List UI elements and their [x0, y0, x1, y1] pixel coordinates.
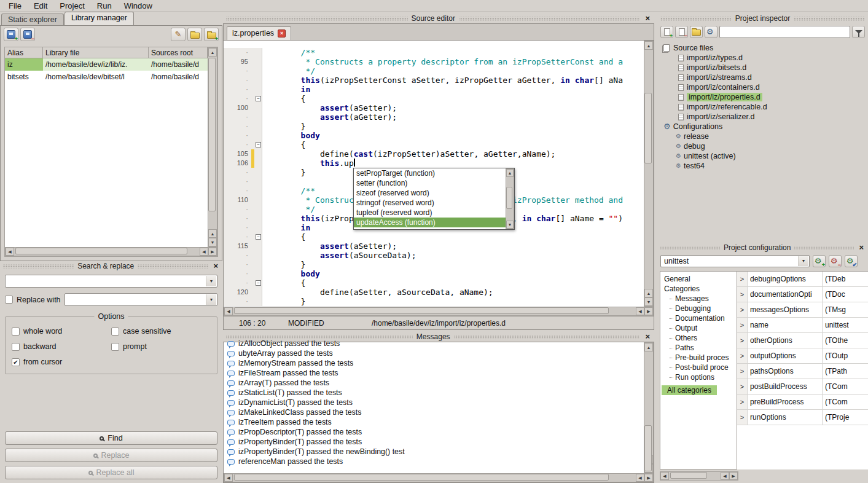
remove-library-button[interactable]: − — [20, 28, 35, 41]
scroll-left-icon[interactable]: ◀ — [200, 248, 208, 256]
add-folder-button[interactable] — [690, 26, 703, 38]
code-line[interactable]: · */ — [224, 66, 644, 76]
code-line[interactable]: · } — [224, 297, 644, 306]
category-item[interactable]: Categories — [660, 284, 737, 294]
tree-item-configuration[interactable]: ⚙unittest (active) — [661, 151, 868, 161]
scrollbar-thumb[interactable] — [644, 93, 652, 163]
chevron-down-icon[interactable]: ▾ — [206, 294, 216, 305]
scrollbar-thumb[interactable] — [234, 474, 609, 481]
completion-item[interactable]: stringof (reserved word) — [354, 198, 506, 208]
expand-icon[interactable]: > — [737, 364, 748, 379]
menu-file[interactable]: File — [2, 1, 28, 11]
code-line[interactable]: 106 this.up — [224, 159, 644, 168]
message-item[interactable]: izPropertyBinder(T) passed the tests — [227, 437, 644, 447]
category-item[interactable]: Debugging — [660, 304, 737, 313]
tree-item-file[interactable]: import/iz/properties.d — [661, 92, 868, 102]
tree-item-file[interactable]: import/iz/referencable.d — [661, 102, 868, 112]
scroll-up-icon[interactable]: ▲ — [644, 289, 653, 297]
replace-input[interactable]: ▾ — [65, 293, 217, 306]
close-icon[interactable]: × — [858, 244, 865, 251]
messages-vertical-scrollbar[interactable]: ▲ ▲ ▼ — [644, 342, 654, 473]
chevron-down-icon[interactable]: ▾ — [206, 276, 216, 286]
scroll-left-icon[interactable]: ◀ — [224, 307, 233, 315]
category-item[interactable]: Run options — [660, 372, 737, 382]
property-value[interactable]: (TProje — [823, 410, 868, 425]
category-item[interactable]: Output — [660, 323, 737, 333]
checkbox-icon[interactable] — [111, 343, 119, 351]
menu-window[interactable]: Window — [118, 1, 158, 11]
property-value[interactable]: unittest — [823, 318, 868, 332]
menu-run[interactable]: Run — [91, 1, 118, 11]
inspector-filter-input[interactable] — [719, 26, 850, 38]
replace-button[interactable]: Replace — [5, 449, 217, 462]
message-item[interactable]: ubyteArray passed the tests — [227, 348, 644, 358]
message-item[interactable]: izDynamicList(T) passed the tests — [227, 398, 644, 407]
code-line[interactable]: 115 assert(aSetter); — [224, 242, 644, 251]
completion-item[interactable]: tupleof (reserved word) — [354, 208, 506, 218]
messages-horizontal-scrollbar[interactable]: ◀ ◀ ▶ — [224, 473, 654, 482]
message-item[interactable]: izMemoryStream passed the tests — [227, 358, 644, 368]
code-line[interactable]: 120 define(aSetter, aSourceData, aName); — [224, 288, 644, 297]
expand-icon[interactable]: > — [737, 302, 748, 317]
scroll-up-icon[interactable]: ▲ — [208, 229, 217, 238]
expand-icon[interactable]: > — [737, 333, 748, 348]
search-input[interactable]: ▾ — [5, 275, 217, 288]
editor-vertical-scrollbar[interactable]: ▲ ▲ ▼ — [644, 41, 654, 307]
property-row[interactable]: >outputOptions(TOutp — [737, 348, 868, 364]
property-value[interactable]: (TDeb — [823, 272, 868, 286]
replace-all-button[interactable]: Replace all — [5, 466, 217, 479]
category-item[interactable]: Documentation — [660, 313, 737, 323]
tab-static-explorer[interactable]: Static explorer — [1, 14, 64, 25]
completion-scrollbar[interactable]: ▲ ▼ — [506, 168, 514, 229]
property-value[interactable]: (TCom — [823, 395, 868, 409]
property-row[interactable]: >documentationOpti(TDoc — [737, 287, 868, 302]
close-icon[interactable]: × — [644, 333, 651, 340]
configuration-select[interactable]: unittest ▾ — [660, 255, 810, 267]
property-row[interactable]: >debugingOptions(TDeb — [737, 272, 868, 287]
code-line[interactable]: ·− { — [224, 278, 644, 288]
message-item[interactable]: izPropertyBinder(T) passed the newBindin… — [227, 447, 644, 457]
expand-icon[interactable]: > — [737, 318, 748, 332]
completion-item[interactable]: updateAccess (function) — [354, 218, 506, 227]
column-header[interactable]: Sources root — [149, 47, 208, 58]
scroll-up-icon[interactable]: ▲ — [208, 48, 217, 57]
add-folder-button[interactable]: + — [204, 28, 219, 41]
table-row[interactable]: bitsets/home/basile/dev/bitset/l/home/ba… — [5, 71, 208, 83]
checkbox-icon[interactable]: ✔ — [12, 358, 20, 366]
code-line[interactable]: · assert(aGetter); — [224, 112, 644, 122]
scroll-left-icon[interactable]: ◀ — [224, 474, 233, 482]
scrollbar-thumb[interactable] — [208, 58, 216, 211]
code-line[interactable]: 100 assert(aSetter); — [224, 103, 644, 112]
checkbox-icon[interactable] — [111, 328, 119, 336]
code-line[interactable]: ·− { — [224, 232, 644, 242]
scroll-down-icon[interactable]: ▼ — [208, 238, 217, 246]
message-item[interactable]: izFileStream passed the tests — [227, 368, 644, 378]
code-line[interactable]: · body — [224, 269, 644, 278]
filter-button[interactable] — [852, 26, 865, 38]
scrollbar-thumb[interactable] — [234, 307, 609, 314]
tree-item-configuration[interactable]: ⚙test64 — [661, 161, 868, 171]
tab-close-icon[interactable]: × — [278, 29, 286, 37]
code-line[interactable]: · } — [224, 122, 644, 131]
expand-icon[interactable]: > — [737, 395, 748, 409]
add-configuration-button[interactable]: ⚙+ — [813, 255, 826, 267]
library-horizontal-scrollbar[interactable]: ◀ ◀ ▶ — [5, 247, 217, 256]
option-backward[interactable]: backward — [12, 342, 111, 351]
scroll-right-icon[interactable]: ▶ — [208, 248, 217, 256]
find-button[interactable]: Find — [5, 431, 217, 445]
tree-item-file[interactable]: import/iz/streams.d — [661, 73, 868, 82]
option-whole-word[interactable]: whole word — [12, 327, 111, 336]
category-item[interactable]: Paths — [660, 343, 737, 353]
table-row[interactable]: iz/home/basile/dev/iz/lib/iz./home/basil… — [5, 58, 208, 71]
code-line[interactable]: · body — [224, 131, 644, 140]
scroll-left-icon[interactable]: ◀ — [636, 307, 644, 315]
chevron-down-icon[interactable]: ▾ — [798, 256, 808, 266]
expand-icon[interactable]: > — [737, 287, 748, 302]
tree-item-file[interactable]: import/iz/bitsets.d — [661, 63, 868, 73]
column-header[interactable]: Alias — [5, 47, 43, 58]
scroll-right-icon[interactable]: ▶ — [729, 472, 738, 480]
tree-item-source-files[interactable]: Source files — [661, 43, 868, 53]
scrollbar-thumb[interactable] — [670, 472, 707, 479]
message-item[interactable]: izArray(T) passed the tests — [227, 378, 644, 388]
property-value[interactable]: (TMsg — [823, 302, 868, 317]
